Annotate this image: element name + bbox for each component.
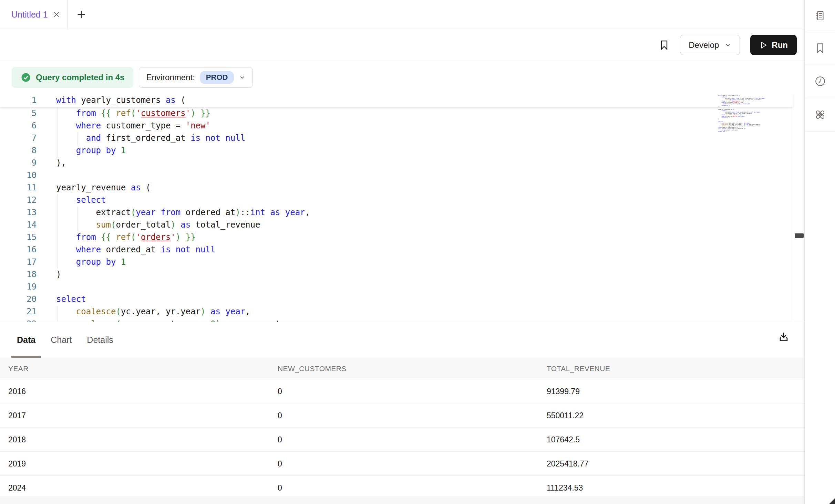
- code-token: ordered_at: [181, 208, 235, 217]
- code-token: yearly_customers: [76, 95, 166, 105]
- code-line[interactable]: 11yearly_revenue as (: [0, 181, 793, 194]
- code-line[interactable]: 22 coalesce(yc.new_customers, 0) as new_…: [0, 318, 793, 322]
- code-token: ): [215, 319, 220, 322]
- code-token: [96, 232, 101, 242]
- table-cell: 2017: [8, 403, 26, 428]
- line-number: 7: [0, 132, 37, 144]
- table-header-row: YEARNEW_CUSTOMERSTOTAL_REVENUE: [0, 358, 804, 379]
- environment-value-badge: PROD: [200, 71, 234, 84]
- code-line[interactable]: 6 where customer_type = 'new': [0, 119, 793, 132]
- code-line[interactable]: 1with yearly_customers as (: [0, 94, 793, 106]
- code-token: new_customers,: [235, 319, 310, 322]
- code-token: year: [285, 208, 305, 217]
- code-token: ,: [305, 208, 310, 217]
- tab-label: Untitled 1: [11, 10, 48, 20]
- code-text: ),: [37, 157, 66, 169]
- environment-selector[interactable]: Environment: PROD: [139, 67, 253, 88]
- code-token: sum: [96, 220, 111, 230]
- results-tab-data[interactable]: Data: [17, 322, 35, 358]
- code-token: yc.new_customers,: [121, 319, 210, 322]
- line-number: 18: [0, 268, 37, 281]
- code-token: ): [235, 208, 240, 217]
- code-line[interactable]: 5 from {{ ref('customers') }}: [0, 107, 793, 119]
- code-line[interactable]: 12 select: [0, 194, 793, 206]
- sidebar-item-bookmarks[interactable]: [805, 32, 835, 64]
- code-text: ): [37, 268, 61, 281]
- code-line[interactable]: 13 extract(year from ordered_at)::int as…: [0, 206, 793, 219]
- code-token: as: [210, 307, 220, 316]
- code-line[interactable]: 14 sum(order_total) as total_revenue: [0, 219, 793, 231]
- code-token: [56, 307, 76, 316]
- download-button[interactable]: [778, 331, 790, 344]
- bookmark-icon[interactable]: [659, 40, 670, 51]
- code-text: select: [37, 194, 106, 206]
- code-token: ': [186, 108, 190, 118]
- code-text: group by 1: [37, 256, 126, 268]
- results-tab-details[interactable]: Details: [87, 322, 113, 358]
- line-number: 10: [0, 169, 37, 181]
- scrollbar-thumb[interactable]: [795, 233, 804, 238]
- close-icon[interactable]: [53, 11, 60, 18]
- results-tab-bar: DataChartDetails: [0, 322, 804, 358]
- horizontal-scrollbar-track[interactable]: [0, 496, 804, 504]
- history-icon: [814, 75, 826, 87]
- code-line[interactable]: 9),: [0, 157, 793, 169]
- sidebar-item-explore[interactable]: [805, 98, 835, 132]
- code-token: customer_type =: [101, 121, 186, 130]
- code-token: ): [176, 232, 181, 242]
- code-line[interactable]: 20select: [0, 293, 793, 305]
- code-token: first_ordered_at: [101, 133, 190, 143]
- ref-link[interactable]: orders: [141, 232, 171, 242]
- minimap[interactable]: with yearly_customers as ( select extrac…: [718, 95, 767, 134]
- tab-untitled-1[interactable]: Untitled 1: [0, 0, 67, 29]
- line-number: 20: [0, 293, 37, 305]
- code-token: [176, 220, 181, 230]
- notebook-icon: [814, 10, 826, 22]
- run-button[interactable]: Run: [750, 35, 797, 55]
- query-status-text: Query completed in 4s: [36, 73, 124, 82]
- code-lines[interactable]: 5 from {{ ref('customers') }}6 where cus…: [0, 107, 793, 322]
- indent-guide: [78, 132, 78, 145]
- results-tab-chart[interactable]: Chart: [51, 322, 72, 358]
- toolbar: Develop Run: [0, 29, 804, 61]
- code-token: {{: [101, 108, 111, 118]
- code-token: }}: [200, 108, 210, 118]
- develop-label: Develop: [689, 40, 719, 50]
- new-tab-button[interactable]: [68, 0, 86, 29]
- resize-handle[interactable]: [829, 498, 835, 504]
- sidebar-item-history[interactable]: [805, 64, 835, 98]
- code-line[interactable]: 8 group by 1: [0, 144, 793, 157]
- code-token: is not null: [161, 245, 215, 254]
- line-number: 14: [0, 219, 37, 231]
- code-token: ': [136, 108, 141, 118]
- code-line[interactable]: 17 group by 1: [0, 256, 793, 268]
- code-token: yc.year, yr.year: [121, 307, 200, 316]
- code-editor[interactable]: 1with yearly_customers as ( 5 from {{ re…: [0, 94, 804, 322]
- code-line[interactable]: 16 where ordered_at is not null: [0, 243, 793, 256]
- code-line[interactable]: 21 coalesce(yc.year, yr.year) as year,: [0, 305, 793, 318]
- code-line[interactable]: 19: [0, 281, 793, 293]
- code-token: 'new': [186, 121, 210, 130]
- plus-icon: [76, 10, 86, 19]
- code-text: with yearly_customers as (: [37, 94, 186, 106]
- code-token: 1: [121, 257, 126, 267]
- sticky-code-line[interactable]: 1with yearly_customers as (: [0, 94, 793, 107]
- code-token: as: [225, 319, 235, 322]
- code-line[interactable]: 18): [0, 268, 793, 281]
- code-token: int: [250, 208, 265, 217]
- bookmark-icon: [814, 42, 826, 54]
- sidebar-item-notebook[interactable]: [805, 0, 835, 32]
- table-cell: 107642.5: [547, 428, 580, 452]
- code-token: ): [171, 220, 175, 230]
- code-token: [56, 195, 76, 205]
- code-token: [56, 319, 76, 322]
- line-number: 1: [0, 94, 37, 106]
- table-cell: 0: [278, 403, 282, 428]
- line-number: 11: [0, 181, 37, 194]
- code-line[interactable]: 10: [0, 169, 793, 181]
- code-line[interactable]: 15 from {{ ref('orders') }}: [0, 231, 793, 243]
- code-token: [56, 245, 76, 254]
- develop-button[interactable]: Develop: [680, 35, 740, 55]
- code-line[interactable]: 7 and first_ordered_at is not null: [0, 132, 793, 144]
- ref-link[interactable]: customers: [141, 108, 186, 118]
